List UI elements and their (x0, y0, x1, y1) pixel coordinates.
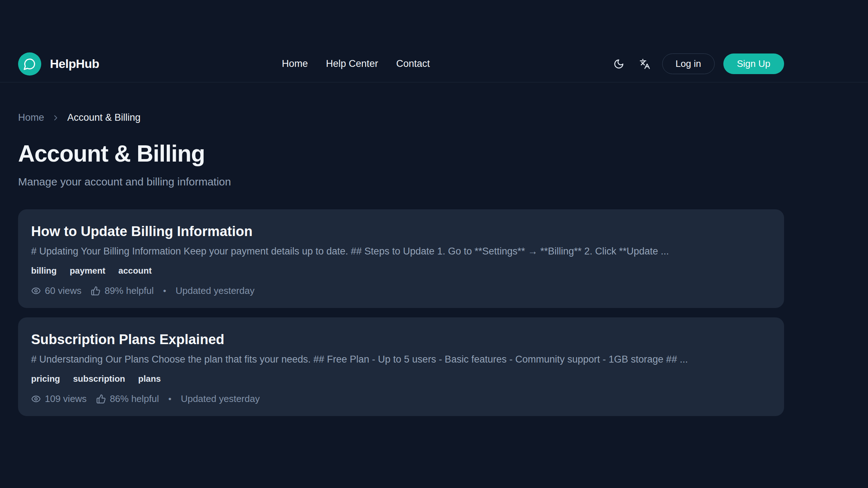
tag: account (118, 266, 152, 276)
article-tags: pricing subscription plans (31, 374, 771, 384)
eye-icon (31, 394, 41, 404)
brand-name: HelpHub (50, 57, 99, 71)
tag: billing (31, 266, 57, 276)
thumbs-up-icon (96, 394, 106, 404)
helpful-percent: 89% helpful (105, 285, 154, 296)
helpful-percent: 86% helpful (110, 393, 159, 404)
article-card[interactable]: Subscription Plans Explained # Understan… (18, 317, 784, 416)
article-excerpt: # Understanding Our Plans Choose the pla… (31, 354, 771, 365)
page-subtitle: Manage your account and billing informat… (18, 175, 784, 188)
stat-separator: • (163, 286, 166, 296)
updated-text: Updated yesterday (181, 393, 260, 404)
article-card[interactable]: How to Update Billing Information # Upda… (18, 209, 784, 308)
helpful-stat: 86% helpful (96, 393, 159, 404)
languages-icon (639, 59, 650, 69)
stat-separator: • (169, 394, 171, 404)
tag: pricing (31, 374, 60, 384)
language-button[interactable] (636, 55, 654, 73)
eye-icon (31, 286, 41, 296)
signup-button[interactable]: Sign Up (723, 53, 784, 74)
login-button[interactable]: Log in (662, 53, 715, 74)
thumbs-up-icon (91, 286, 101, 296)
article-stats: 109 views 86% helpful • Updated yesterda… (31, 393, 771, 404)
article-title[interactable]: How to Update Billing Information (31, 223, 771, 240)
views-stat: 60 views (31, 285, 81, 296)
views-count: 60 views (45, 285, 81, 296)
brand[interactable]: HelpHub (18, 52, 99, 76)
tag: payment (70, 266, 106, 276)
views-count: 109 views (45, 393, 87, 404)
chevron-right-icon (51, 114, 60, 122)
article-tags: billing payment account (31, 266, 771, 276)
views-stat: 109 views (31, 393, 87, 404)
brand-logo (18, 52, 41, 76)
tag: plans (138, 374, 161, 384)
article-title[interactable]: Subscription Plans Explained (31, 331, 771, 348)
theme-toggle-button[interactable] (610, 55, 627, 73)
main-content: Home Account & Billing Account & Billing… (18, 112, 784, 416)
header-actions: Log in Sign Up (610, 53, 784, 74)
nav-link-contact[interactable]: Contact (396, 58, 430, 69)
site-header: HelpHub Home Help Center Contact (0, 0, 868, 82)
article-stats: 60 views 89% helpful • Updated yesterday (31, 285, 771, 296)
moon-icon (613, 59, 624, 69)
updated-text: Updated yesterday (175, 285, 254, 296)
nav-link-help-center[interactable]: Help Center (326, 58, 378, 69)
breadcrumb-home-link[interactable]: Home (18, 112, 44, 123)
message-circle-icon (23, 57, 36, 70)
breadcrumb: Home Account & Billing (18, 112, 784, 123)
nav-link-home[interactable]: Home (282, 58, 308, 69)
header-inner: HelpHub Home Help Center Contact (18, 46, 784, 82)
page-title: Account & Billing (18, 141, 784, 166)
tag: subscription (73, 374, 125, 384)
article-excerpt: # Updating Your Billing Information Keep… (31, 245, 771, 257)
helpful-stat: 89% helpful (91, 285, 154, 296)
breadcrumb-current: Account & Billing (67, 112, 141, 123)
article-list: How to Update Billing Information # Upda… (18, 209, 784, 416)
main-nav: Home Help Center Contact (282, 58, 430, 69)
